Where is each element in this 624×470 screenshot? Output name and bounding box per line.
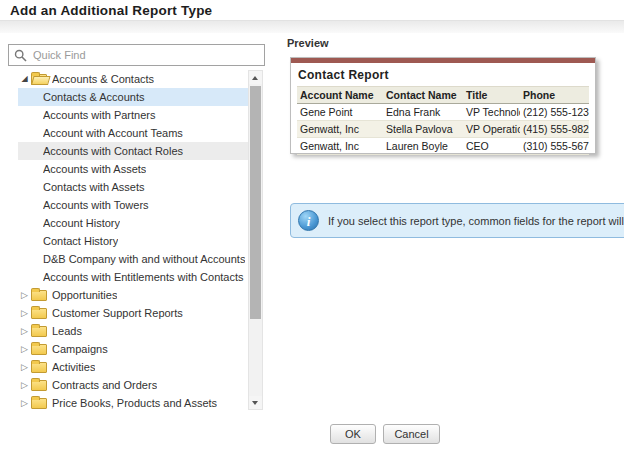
cancel-button[interactable]: Cancel [383, 424, 440, 444]
tree-scrollbar[interactable] [248, 70, 263, 410]
scroll-up-button[interactable] [249, 71, 262, 84]
folder-icon [31, 398, 47, 409]
preview-cell: Stella Pavlova [383, 121, 463, 138]
tree-item-label: Account with Account Teams [43, 127, 183, 139]
folder-icon [31, 326, 47, 337]
preview-cell: Gene Point [297, 104, 383, 121]
preview-cell: VP Technology [463, 104, 520, 121]
tree-folder[interactable]: Opportunities [18, 286, 248, 304]
preview-table-row: Genwatt, IncLauren BoyleCEO(310) 555-567… [297, 138, 589, 155]
preview-cell: Genwatt, Inc [297, 138, 383, 155]
tree-item[interactable]: Contacts & Accounts [18, 88, 248, 106]
tree-item[interactable]: Accounts with Entitlements with Contacts [18, 268, 248, 286]
page-title: Add an Additional Report Type [10, 3, 212, 18]
tree-item-label: Accounts with Partners [43, 109, 156, 121]
tree-item-label: Contacts with Assets [43, 181, 145, 193]
preview-table-row: Gene PointEdna FrankVP Technology(212) 5… [297, 104, 589, 121]
twisty-icon[interactable] [18, 70, 31, 88]
tree-item[interactable]: Account with Account Teams [18, 124, 248, 142]
twisty-icon[interactable] [18, 340, 31, 358]
tree-item-label: Contracts and Orders [52, 379, 157, 391]
folder-icon [31, 290, 47, 301]
tree-item[interactable]: Accounts with Towers [18, 196, 248, 214]
tree-item-label: Leads [52, 325, 82, 337]
preview-table: Account NameContact NameTitlePhone Gene … [297, 86, 589, 155]
tree-folder[interactable]: Campaigns [18, 340, 248, 358]
twisty-icon[interactable] [18, 304, 31, 322]
preview-table-header-row: Account NameContact NameTitlePhone [297, 87, 589, 104]
folder-icon [31, 380, 47, 391]
quick-find-box [8, 44, 265, 66]
arrow-up-icon [252, 76, 258, 80]
tree-item-label: Opportunities [52, 289, 117, 301]
tree-item-label: D&B Company with and without Accounts [43, 253, 245, 265]
preview-label: Preview [287, 37, 329, 49]
tree-item[interactable]: Account History [18, 214, 248, 232]
tree-item-label: Campaigns [52, 343, 108, 355]
tree-item[interactable]: Accounts with Contact Roles [18, 142, 248, 160]
report-title: Contact Report [298, 68, 588, 82]
preview-table-row: Genwatt, IncStella PavlovaVP Operations(… [297, 121, 589, 138]
tree-item-label: Accounts with Entitlements with Contacts [43, 271, 244, 283]
preview-card: Contact Report Account NameContact NameT… [290, 57, 596, 154]
tree-item[interactable]: Contacts with Assets [18, 178, 248, 196]
scrollbar-thumb[interactable] [250, 86, 261, 319]
twisty-icon[interactable] [18, 394, 31, 412]
preview-col-header: Account Name [297, 87, 383, 104]
info-banner-text: If you select this report type, common f… [328, 215, 624, 227]
tree-folder[interactable]: Leads [18, 322, 248, 340]
twisty-icon[interactable] [18, 376, 31, 394]
folder-icon [31, 74, 47, 85]
tree-folder[interactable]: Accounts & Contacts [18, 70, 248, 88]
tree-item-label: Accounts with Contact Roles [43, 145, 183, 157]
info-banner: i If you select this report type, common… [290, 203, 624, 238]
preview-cell: Genwatt, Inc [297, 121, 383, 138]
tree-item-label: Contacts & Accounts [43, 91, 145, 103]
preview-cell: Lauren Boyle [383, 138, 463, 155]
folder-icon [31, 344, 47, 355]
arrow-down-icon [252, 401, 258, 405]
tree-item-label: Price Books, Products and Assets [52, 397, 217, 409]
preview-card-accent [291, 58, 595, 63]
folder-icon [31, 308, 47, 319]
search-icon [14, 49, 27, 62]
preview-cell: CEO [463, 138, 520, 155]
tree-item[interactable]: Accounts with Partners [18, 106, 248, 124]
tree-item-label: Account History [43, 217, 120, 229]
twisty-icon[interactable] [18, 358, 31, 376]
info-icon: i [298, 210, 319, 231]
tree-folder[interactable]: Price Books, Products and Assets [18, 394, 248, 412]
quick-find-input[interactable] [27, 46, 264, 64]
twisty-icon[interactable] [18, 322, 31, 340]
tree-item-label: Contact History [43, 235, 118, 247]
tree-item-label: Accounts with Assets [43, 163, 146, 175]
preview-cell: VP Operations [463, 121, 520, 138]
tree-folder[interactable]: Customer Support Reports [18, 304, 248, 322]
twisty-icon[interactable] [18, 286, 31, 304]
header-divider [0, 20, 624, 33]
scroll-down-button[interactable] [249, 396, 262, 409]
preview-cell: Edna Frank [383, 104, 463, 121]
tree-item-label: Customer Support Reports [52, 307, 183, 319]
preview-col-header: Contact Name [383, 87, 463, 104]
preview-cell: (415) 555-9826 [520, 121, 589, 138]
tree-item[interactable]: Contact History [18, 232, 248, 250]
tree-item-label: Activities [52, 361, 95, 373]
ok-button[interactable]: OK [330, 424, 376, 444]
preview-col-header: Phone [520, 87, 589, 104]
preview-cell: (212) 555-1234 [520, 104, 589, 121]
tree-folder[interactable]: Activities [18, 358, 248, 376]
tree-folder[interactable]: Contracts and Orders [18, 376, 248, 394]
preview-cell: (310) 555-5678 [520, 138, 589, 155]
folder-icon [31, 362, 47, 373]
preview-col-header: Title [463, 87, 520, 104]
tree-item[interactable]: Accounts with Assets [18, 160, 248, 178]
report-type-tree: Accounts & Contacts Contacts & Accounts … [8, 70, 248, 412]
tree-item-label: Accounts with Towers [43, 199, 149, 211]
tree-item-label: Accounts & Contacts [52, 73, 154, 85]
tree-item[interactable]: D&B Company with and without Accounts [18, 250, 248, 268]
